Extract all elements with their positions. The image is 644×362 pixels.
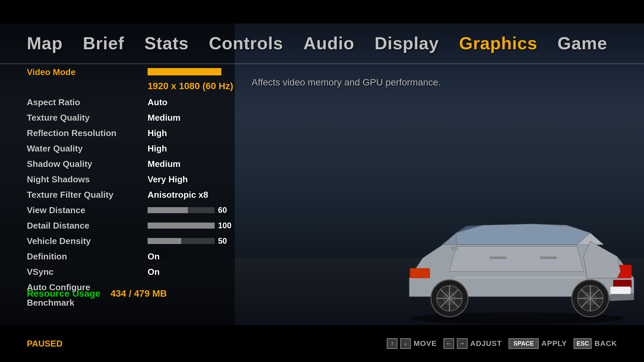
vehicle-density-bar-container: 50: [148, 236, 231, 246]
setting-description: Affects video memory and GPU performance…: [252, 77, 441, 88]
texture-quality-row: Texture Quality Medium: [27, 111, 248, 124]
benchmark-label: Benchmark: [27, 298, 148, 308]
water-quality-label: Water Quality: [27, 143, 148, 154]
svg-rect-5: [540, 256, 557, 259]
texture-filter-value: Anisotropic x8: [148, 190, 208, 200]
down-arrow-icon: ↓: [400, 338, 411, 349]
definition-label: Definition: [27, 251, 148, 262]
bottom-bar: PAUSED ↑ ↓ MOVE ← → ADJUST SPACE APPLY E…: [0, 325, 644, 362]
back-control-group: ESC BACK: [574, 338, 617, 349]
vehicle-density-bar-fill: [148, 238, 181, 244]
vehicle-density-label: Vehicle Density: [27, 236, 148, 246]
video-mode-resolution: 644 x 362 (60 Hz): [148, 81, 248, 92]
nav-item-audio[interactable]: Audio: [303, 33, 354, 53]
apply-label: APPLY: [541, 339, 567, 348]
night-shadows-value: Very High: [148, 174, 188, 185]
esc-key-icon: ESC: [574, 338, 592, 349]
nav-bar: Map Brief Stats Controls Audio Display G…: [0, 23, 644, 64]
vehicle-density-value: 50: [218, 236, 231, 246]
detail-distance-bar-fill: [148, 223, 215, 229]
detail-distance-label: Detail Distance: [27, 221, 148, 231]
settings-panel: Video Mode 644 x 362 (60 Hz) Aspect Ra…: [27, 65, 248, 311]
night-shadows-label: Night Shadows: [27, 174, 148, 185]
definition-row: Definition On: [27, 250, 248, 263]
view-distance-bar-container: 60: [148, 205, 231, 215]
vehicle-density-bar-bg: [148, 238, 215, 244]
svg-rect-6: [610, 287, 631, 294]
water-quality-row: Water Quality High: [27, 142, 248, 155]
paused-indicator: PAUSED: [27, 339, 62, 349]
resource-usage-label: Resource Usage: [27, 288, 100, 299]
vehicle-density-row: Vehicle Density 50: [27, 234, 248, 248]
nav-item-graphics[interactable]: Graphics: [459, 33, 537, 53]
reflection-resolution-row: Reflection Resolution High: [27, 126, 248, 140]
view-distance-value: 60: [218, 205, 231, 215]
nav-item-game[interactable]: Game: [557, 33, 607, 53]
svg-rect-4: [490, 256, 506, 259]
nav-item-map[interactable]: Map: [27, 33, 63, 53]
resource-usage-section: Resource Usage 434 / 479 MB: [27, 288, 167, 299]
resource-usage-value: 434 / 479 MB: [110, 288, 167, 299]
move-control-group: ↑ ↓ MOVE: [387, 338, 437, 349]
vsync-label: VSync: [27, 267, 148, 277]
detail-distance-bar-bg: [148, 223, 215, 229]
up-arrow-icon: ↑: [387, 338, 397, 349]
definition-value: On: [148, 251, 160, 262]
car-preview: [342, 90, 644, 325]
space-key-icon: SPACE: [508, 338, 539, 349]
video-mode-bar-container: [148, 68, 225, 75]
svg-rect-21: [451, 246, 458, 250]
nav-item-brief[interactable]: Brief: [83, 33, 124, 53]
detail-distance-bar-container: 100: [148, 221, 231, 230]
controls-area: ↑ ↓ MOVE ← → ADJUST SPACE APPLY ESC BACK: [387, 338, 617, 349]
detail-distance-value: 100: [218, 221, 231, 230]
video-mode-row: Video Mode: [27, 65, 248, 79]
aspect-ratio-value: Auto: [148, 97, 167, 108]
svg-rect-1: [410, 268, 430, 278]
nav-item-stats[interactable]: Stats: [144, 33, 189, 53]
reflection-resolution-label: Reflection Resolution: [27, 128, 148, 138]
aspect-ratio-row: Aspect Ratio Auto: [27, 96, 248, 109]
right-arrow-icon: →: [457, 338, 468, 349]
detail-distance-row: Detail Distance 100: [27, 219, 248, 232]
video-mode-label: Video Mode: [27, 67, 148, 77]
view-distance-label: View Distance: [27, 205, 148, 216]
shadow-quality-value: Medium: [148, 159, 180, 169]
reflection-resolution-value: High: [148, 128, 167, 138]
view-distance-bar-fill: [148, 207, 188, 213]
adjust-label: ADJUST: [470, 339, 502, 348]
water-quality-value: High: [148, 143, 167, 154]
texture-quality-label: Texture Quality: [27, 113, 148, 123]
video-mode-section: Video Mode 644 x 362 (60 Hz): [27, 65, 248, 92]
night-shadows-row: Night Shadows Very High: [27, 173, 248, 186]
video-mode-bar: [148, 68, 221, 75]
move-label: MOVE: [414, 339, 437, 348]
shadow-quality-row: Shadow Quality Medium: [27, 157, 248, 171]
left-arrow-icon: ←: [443, 338, 454, 349]
back-label: BACK: [594, 339, 617, 348]
top-overlay: [0, 0, 644, 23]
view-distance-bar-bg: [148, 207, 215, 213]
texture-quality-value: Medium: [148, 113, 180, 123]
vsync-row: VSync On: [27, 265, 248, 279]
adjust-control-group: ← → ADJUST: [443, 338, 502, 349]
nav-item-display[interactable]: Display: [375, 33, 439, 53]
texture-filter-label: Texture Filter Quality: [27, 190, 148, 200]
vsync-value: On: [148, 267, 160, 277]
view-distance-row: View Distance 60: [27, 203, 248, 217]
shadow-quality-label: Shadow Quality: [27, 159, 148, 169]
nav-item-controls[interactable]: Controls: [209, 33, 283, 53]
aspect-ratio-label: Aspect Ratio: [27, 97, 148, 108]
texture-filter-row: Texture Filter Quality Anisotropic x8: [27, 188, 248, 201]
apply-control-group: SPACE APPLY: [508, 338, 567, 349]
nav-separator: [0, 64, 644, 64]
